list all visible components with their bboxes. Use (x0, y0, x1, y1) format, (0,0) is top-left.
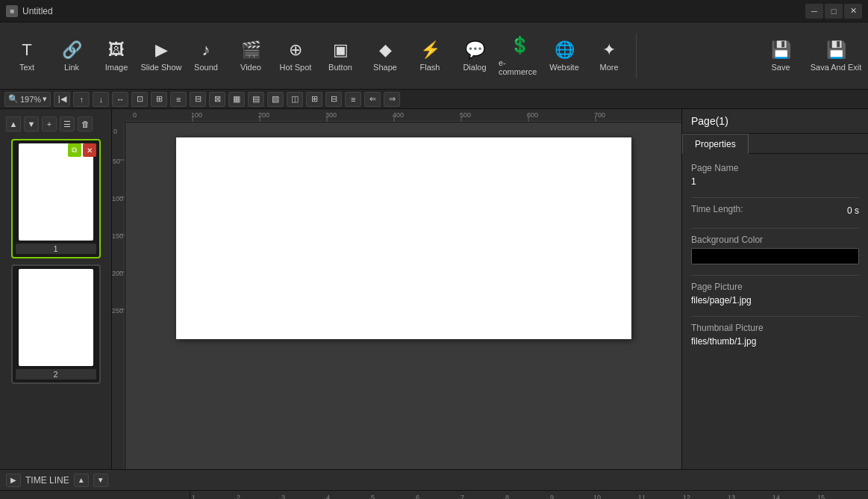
tool-shape-label: Shape (373, 63, 397, 72)
prop-sep-2 (691, 228, 859, 229)
sub-btn-4[interactable]: ↔ (112, 92, 128, 107)
svg-text:100: 100 (112, 195, 123, 202)
sub-toolbar: 🔍 197% ▾ |◀ ↑ ↓ ↔ ⊡ ⊞ ≡ ⊟ ⊠ ▦ ▤ ▧ ◫ ⊞ ⊟ … (0, 90, 868, 109)
tool-shape[interactable]: ◆ Shape (364, 26, 406, 86)
tool-sound[interactable]: ♪ Sound (185, 26, 227, 86)
svg-text:100: 100 (191, 111, 202, 119)
sub-btn-2[interactable]: ↑ (73, 92, 90, 107)
title-bar-controls: ─ □ ✕ (805, 4, 862, 19)
svg-text:14: 14 (772, 494, 780, 500)
sub-btn-3[interactable]: ↓ (93, 92, 109, 107)
timeline-tracks: 1 2 3 4 5 6 7 8 9 10 11 12 13 14 (190, 491, 868, 499)
tool-ecommerce[interactable]: 💲 e-commerce (499, 26, 540, 86)
save-exit-icon: 💾 (826, 40, 846, 60)
tool-dialog-label: Dialog (463, 63, 486, 72)
page-thumb-1-actions: ⧉ ✕ (68, 143, 96, 157)
sub-btn-8[interactable]: ⊟ (190, 92, 206, 107)
tool-ecommerce-label: e-commerce (499, 58, 540, 76)
sub-btn-5[interactable]: ⊡ (131, 92, 148, 107)
title-bar-left: ■ Untitled (6, 5, 53, 17)
title-bar: ■ Untitled ─ □ ✕ (0, 0, 868, 22)
tool-video[interactable]: 🎬 Video (230, 26, 272, 86)
svg-text:200: 200 (258, 111, 269, 119)
timeline-play-button[interactable]: ▶ (6, 474, 21, 487)
page-thumb-2[interactable]: 2 (11, 264, 101, 384)
save-and-exit-button[interactable]: 💾 Sava And Exit (810, 26, 862, 86)
svg-text:15: 15 (817, 494, 825, 500)
page-delete-button[interactable]: 🗑 (78, 117, 93, 131)
timeline-up-button[interactable]: ▲ (74, 474, 89, 487)
canvas-container (125, 123, 681, 469)
svg-text:8: 8 (505, 494, 509, 500)
sub-btn-6[interactable]: ⊞ (151, 92, 167, 107)
tool-sound-label: Sound (194, 63, 218, 72)
sub-btn-15[interactable]: ⊟ (325, 92, 342, 107)
tool-flash[interactable]: ⚡ Flash (409, 26, 451, 86)
sub-btn-9[interactable]: ⊠ (209, 92, 225, 107)
timeline-down-button[interactable]: ▼ (93, 474, 108, 487)
svg-text:500: 500 (460, 111, 471, 119)
page-2-label: 2 (16, 369, 96, 379)
svg-text:11: 11 (638, 494, 646, 500)
page-1-copy-button[interactable]: ⧉ (68, 143, 81, 157)
tool-image[interactable]: 🖼 Image (96, 26, 137, 86)
minimize-button[interactable]: ─ (805, 4, 823, 19)
dialog-icon: 💬 (465, 40, 485, 60)
toolbar-separator (636, 34, 637, 78)
tool-website[interactable]: 🌐 Website (543, 26, 585, 86)
tool-more[interactable]: ✦ More (588, 26, 630, 86)
page-name-label: Page Name (691, 163, 859, 173)
thumbnail-value: files/thumb/1.jpg (691, 336, 859, 347)
sound-icon: ♪ (202, 40, 210, 60)
sub-btn-13[interactable]: ◫ (287, 92, 303, 107)
sub-btn-16[interactable]: ≡ (345, 92, 361, 107)
main-layout: ▲ ▼ + ☰ 🗑 ⧉ ✕ 1 2 (0, 109, 868, 469)
sub-btn-12[interactable]: ▧ (267, 92, 284, 107)
svg-text:12: 12 (683, 494, 690, 500)
page-up-button[interactable]: ▲ (6, 117, 21, 131)
sub-btn-10[interactable]: ▦ (228, 92, 245, 107)
page-name-value: 1 (691, 176, 859, 187)
tool-link-label: Link (64, 63, 79, 72)
page-2-preview (19, 269, 93, 366)
page-add-button[interactable]: + (42, 117, 57, 131)
page-thumb-1[interactable]: ⧉ ✕ 1 (11, 139, 101, 258)
ruler-corner (112, 109, 125, 123)
more-icon: ✦ (602, 40, 616, 60)
page-1-delete-button[interactable]: ✕ (83, 143, 96, 157)
prop-sep-3 (691, 275, 859, 276)
tool-dialog[interactable]: 💬 Dialog (454, 26, 496, 86)
page-picture-label: Page Picture (691, 282, 859, 292)
time-length-value: 0 s (847, 205, 859, 216)
tool-slideshow[interactable]: ▶ Slide Show (140, 26, 182, 86)
toolbar: T Text 🔗 Link 🖼 Image ▶ Slide Show ♪ Sou… (0, 22, 868, 90)
sub-btn-14[interactable]: ⊞ (306, 92, 322, 107)
tool-link[interactable]: 🔗 Link (51, 26, 93, 86)
sub-btn-11[interactable]: ▤ (248, 92, 264, 107)
maximize-button[interactable]: □ (825, 4, 843, 19)
prop-page-picture: Page Picture files/page/1.jpg (691, 282, 859, 306)
sub-btn-18[interactable]: ⇒ (384, 92, 400, 107)
svg-text:13: 13 (728, 494, 735, 500)
svg-text:600: 600 (527, 111, 538, 119)
zoom-control[interactable]: 🔍 197% ▾ (4, 92, 51, 107)
close-button[interactable]: ✕ (844, 4, 862, 19)
link-icon: 🔗 (62, 40, 82, 60)
tool-text[interactable]: T Text (6, 26, 48, 86)
tool-hotspot[interactable]: ⊕ Hot Spot (275, 26, 316, 86)
tool-button[interactable]: ▣ Button (319, 26, 361, 86)
properties-content: Page Name 1 Time Length: 0 s Background … (682, 154, 868, 469)
save-exit-label: Sava And Exit (811, 63, 862, 72)
page-menu-button[interactable]: ☰ (60, 117, 75, 131)
sub-btn-1[interactable]: |◀ (54, 92, 70, 107)
tool-website-label: Website (549, 63, 579, 72)
save-button[interactable]: 💾 Save (755, 26, 807, 86)
sub-btn-17[interactable]: ⇐ (364, 92, 381, 107)
title-bar-title: Untitled (22, 6, 53, 16)
sub-btn-7[interactable]: ≡ (170, 92, 187, 107)
slideshow-icon: ▶ (155, 40, 168, 60)
tool-image-label: Image (105, 63, 128, 72)
page-down-button[interactable]: ▼ (24, 117, 39, 131)
tab-properties[interactable]: Properties (682, 134, 749, 154)
bg-color-swatch[interactable] (691, 248, 859, 264)
